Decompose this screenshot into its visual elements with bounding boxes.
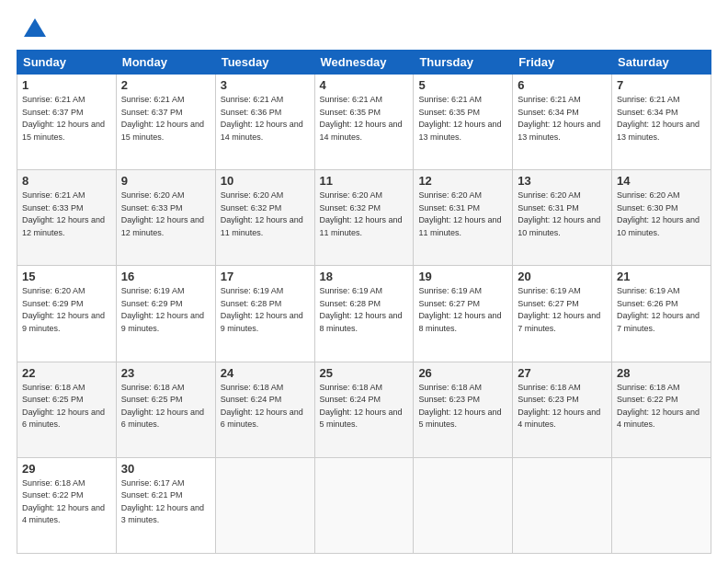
calendar-cell: 11Sunrise: 6:20 AMSunset: 6:32 PMDayligh… [314, 170, 414, 266]
day-number: 8 [22, 174, 111, 188]
calendar-cell: 14Sunrise: 6:20 AMSunset: 6:30 PMDayligh… [612, 170, 711, 266]
calendar-cell: 25Sunrise: 6:18 AMSunset: 6:24 PMDayligh… [314, 362, 414, 457]
day-number: 3 [221, 78, 310, 92]
day-number: 9 [121, 174, 210, 188]
day-info: Sunrise: 6:19 AMSunset: 6:27 PMDaylight:… [518, 286, 600, 333]
day-info: Sunrise: 6:20 AMSunset: 6:31 PMDaylight:… [418, 190, 501, 237]
weekday-header: Tuesday [215, 51, 314, 75]
calendar-cell: 23Sunrise: 6:18 AMSunset: 6:25 PMDayligh… [116, 362, 215, 457]
day-number: 28 [617, 366, 706, 380]
day-number: 6 [518, 78, 607, 92]
calendar-week-row: 22Sunrise: 6:18 AMSunset: 6:25 PMDayligh… [17, 362, 711, 457]
day-info: Sunrise: 6:18 AMSunset: 6:25 PMDaylight:… [22, 383, 105, 430]
calendar-header-row: SundayMondayTuesdayWednesdayThursdayFrid… [17, 51, 711, 75]
day-info: Sunrise: 6:19 AMSunset: 6:27 PMDaylight:… [418, 286, 501, 333]
weekday-header: Wednesday [314, 51, 414, 75]
day-info: Sunrise: 6:21 AMSunset: 6:35 PMDaylight:… [320, 95, 403, 142]
day-info: Sunrise: 6:20 AMSunset: 6:33 PMDaylight:… [121, 190, 204, 237]
weekday-header: Sunday [17, 51, 117, 75]
calendar-cell: 30Sunrise: 6:17 AMSunset: 6:21 PMDayligh… [116, 457, 215, 553]
calendar-cell: 13Sunrise: 6:20 AMSunset: 6:31 PMDayligh… [513, 170, 612, 266]
weekday-header: Monday [116, 51, 215, 75]
empty-cell [414, 457, 513, 553]
calendar-cell: 8Sunrise: 6:21 AMSunset: 6:33 PMDaylight… [17, 170, 117, 266]
day-info: Sunrise: 6:20 AMSunset: 6:29 PMDaylight:… [22, 286, 105, 333]
day-number: 16 [121, 270, 210, 283]
day-info: Sunrise: 6:19 AMSunset: 6:29 PMDaylight:… [121, 286, 204, 333]
day-info: Sunrise: 6:19 AMSunset: 6:28 PMDaylight:… [221, 286, 303, 333]
calendar-cell: 29Sunrise: 6:18 AMSunset: 6:22 PMDayligh… [17, 457, 117, 553]
day-info: Sunrise: 6:21 AMSunset: 6:33 PMDaylight:… [22, 190, 105, 237]
calendar-week-row: 29Sunrise: 6:18 AMSunset: 6:22 PMDayligh… [17, 457, 711, 553]
calendar-cell: 1Sunrise: 6:21 AMSunset: 6:37 PMDaylight… [17, 75, 117, 170]
day-number: 26 [418, 366, 507, 380]
logo-icon [22, 17, 48, 42]
empty-cell [215, 457, 314, 553]
calendar-cell: 7Sunrise: 6:21 AMSunset: 6:34 PMDaylight… [612, 75, 711, 170]
day-number: 14 [617, 174, 706, 188]
day-number: 17 [221, 270, 310, 283]
day-info: Sunrise: 6:20 AMSunset: 6:32 PMDaylight:… [221, 190, 303, 237]
day-info: Sunrise: 6:18 AMSunset: 6:24 PMDaylight:… [221, 383, 303, 430]
calendar-cell: 15Sunrise: 6:20 AMSunset: 6:29 PMDayligh… [17, 266, 117, 362]
day-number: 18 [320, 270, 409, 283]
day-number: 13 [518, 174, 607, 188]
calendar-cell: 5Sunrise: 6:21 AMSunset: 6:35 PMDaylight… [414, 75, 513, 170]
day-info: Sunrise: 6:21 AMSunset: 6:35 PMDaylight:… [418, 95, 501, 142]
day-info: Sunrise: 6:18 AMSunset: 6:22 PMDaylight:… [22, 478, 105, 525]
weekday-header: Friday [513, 51, 612, 75]
header [17, 17, 711, 42]
day-number: 4 [320, 78, 409, 92]
svg-marker-0 [24, 18, 46, 37]
calendar-cell: 2Sunrise: 6:21 AMSunset: 6:37 PMDaylight… [116, 75, 215, 170]
calendar-cell: 19Sunrise: 6:19 AMSunset: 6:27 PMDayligh… [414, 266, 513, 362]
day-number: 1 [22, 78, 111, 92]
day-info: Sunrise: 6:21 AMSunset: 6:34 PMDaylight:… [617, 95, 700, 142]
day-number: 19 [418, 270, 507, 283]
page: SundayMondayTuesdayWednesdayThursdayFrid… [0, 0, 728, 563]
day-info: Sunrise: 6:19 AMSunset: 6:28 PMDaylight:… [320, 286, 403, 333]
day-info: Sunrise: 6:21 AMSunset: 6:36 PMDaylight:… [221, 95, 303, 142]
empty-cell [314, 457, 414, 553]
day-number: 2 [121, 78, 210, 92]
calendar-cell: 4Sunrise: 6:21 AMSunset: 6:35 PMDaylight… [314, 75, 414, 170]
calendar-cell: 22Sunrise: 6:18 AMSunset: 6:25 PMDayligh… [17, 362, 117, 457]
day-info: Sunrise: 6:19 AMSunset: 6:26 PMDaylight:… [617, 286, 700, 333]
calendar-cell: 28Sunrise: 6:18 AMSunset: 6:22 PMDayligh… [612, 362, 711, 457]
weekday-header: Thursday [414, 51, 513, 75]
day-number: 7 [617, 78, 706, 92]
empty-cell [612, 457, 711, 553]
calendar-table: SundayMondayTuesdayWednesdayThursdayFrid… [17, 50, 711, 554]
calendar-cell: 21Sunrise: 6:19 AMSunset: 6:26 PMDayligh… [612, 266, 711, 362]
day-number: 15 [22, 270, 111, 283]
empty-cell [513, 457, 612, 553]
day-number: 10 [221, 174, 310, 188]
day-number: 20 [518, 270, 607, 283]
day-info: Sunrise: 6:21 AMSunset: 6:34 PMDaylight:… [518, 95, 600, 142]
day-number: 25 [320, 366, 409, 380]
calendar-cell: 20Sunrise: 6:19 AMSunset: 6:27 PMDayligh… [513, 266, 612, 362]
day-info: Sunrise: 6:20 AMSunset: 6:30 PMDaylight:… [617, 190, 700, 237]
weekday-header: Saturday [612, 51, 711, 75]
logo [17, 17, 48, 42]
day-info: Sunrise: 6:20 AMSunset: 6:31 PMDaylight:… [518, 190, 600, 237]
day-number: 12 [418, 174, 507, 188]
day-number: 24 [221, 366, 310, 380]
day-number: 21 [617, 270, 706, 283]
calendar-cell: 16Sunrise: 6:19 AMSunset: 6:29 PMDayligh… [116, 266, 215, 362]
day-number: 30 [121, 462, 210, 476]
day-info: Sunrise: 6:21 AMSunset: 6:37 PMDaylight:… [121, 95, 204, 142]
day-info: Sunrise: 6:18 AMSunset: 6:23 PMDaylight:… [418, 383, 501, 430]
calendar-cell: 9Sunrise: 6:20 AMSunset: 6:33 PMDaylight… [116, 170, 215, 266]
day-info: Sunrise: 6:21 AMSunset: 6:37 PMDaylight:… [22, 95, 105, 142]
calendar-cell: 12Sunrise: 6:20 AMSunset: 6:31 PMDayligh… [414, 170, 513, 266]
calendar-cell: 6Sunrise: 6:21 AMSunset: 6:34 PMDaylight… [513, 75, 612, 170]
day-number: 22 [22, 366, 111, 380]
calendar-cell: 17Sunrise: 6:19 AMSunset: 6:28 PMDayligh… [215, 266, 314, 362]
day-info: Sunrise: 6:20 AMSunset: 6:32 PMDaylight:… [320, 190, 403, 237]
day-info: Sunrise: 6:18 AMSunset: 6:23 PMDaylight:… [518, 383, 600, 430]
calendar-cell: 3Sunrise: 6:21 AMSunset: 6:36 PMDaylight… [215, 75, 314, 170]
day-number: 23 [121, 366, 210, 380]
calendar-week-row: 1Sunrise: 6:21 AMSunset: 6:37 PMDaylight… [17, 75, 711, 170]
calendar-week-row: 15Sunrise: 6:20 AMSunset: 6:29 PMDayligh… [17, 266, 711, 362]
